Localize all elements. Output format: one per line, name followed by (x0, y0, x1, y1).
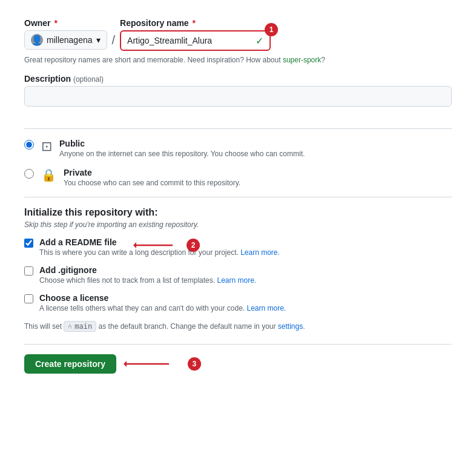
repo-name-label-text: Repository name (120, 18, 189, 28)
gitignore-content: Add .gitignore Choose which files not to… (39, 265, 256, 285)
private-option: 🔒 Private You choose who can see and com… (24, 168, 452, 187)
divider-1 (24, 128, 452, 129)
readme-option: Add a README file This is where you can … (24, 237, 452, 257)
owner-chevron-icon: ▾ (96, 35, 101, 45)
path-separator: / (112, 18, 116, 50)
readme-learn-more-link[interactable]: Learn more. (240, 248, 280, 257)
license-learn-more-link[interactable]: Learn more. (247, 304, 286, 312)
branch-name: main (74, 322, 92, 331)
create-btn-arrow-svg (124, 358, 178, 370)
private-label: Private (64, 168, 240, 177)
owner-label: Owner * (24, 18, 107, 28)
readme-checkbox[interactable] (24, 239, 33, 248)
repo-name-label: Repository name * (120, 18, 271, 28)
repo-name-field-group: Repository name * ✓ 1 (120, 18, 271, 51)
init-section: Initialize this repository with: Skip th… (24, 207, 452, 312)
public-icon: ⊡ (41, 139, 52, 154)
owner-required-star: * (52, 18, 58, 28)
branch-period: . (303, 322, 305, 331)
license-label: Choose a license (39, 293, 286, 303)
svg-marker-3 (124, 361, 127, 367)
gitignore-description: Choose which files not to track from a l… (39, 276, 256, 285)
description-label-text: Description (24, 74, 71, 84)
svg-marker-1 (133, 242, 136, 248)
license-option: Choose a license A license tells others … (24, 293, 452, 312)
lock-icon: 🔒 (41, 168, 56, 182)
description-label: Description (optional) (24, 74, 452, 84)
repo-name-group: ✓ 1 (120, 30, 271, 51)
settings-link[interactable]: settings (278, 322, 303, 331)
public-option: ⊡ Public Anyone on the internet can see … (24, 139, 452, 158)
divider-2 (24, 197, 452, 197)
public-radio[interactable] (24, 140, 34, 150)
repo-name-input[interactable] (122, 33, 256, 48)
repo-name-required-star: * (190, 18, 196, 28)
public-description: Anyone on the internet can see this repo… (59, 150, 305, 158)
branch-text-before: This will set (24, 322, 62, 331)
repo-name-hint: Great repository names are short and mem… (24, 56, 452, 64)
hint-text-before: Great repository names are short and mem… (24, 56, 283, 64)
public-label: Public (59, 139, 305, 148)
readme-arrow-svg (133, 239, 182, 251)
private-content: Private You choose who can see and commi… (64, 168, 240, 187)
gitignore-checkbox[interactable] (24, 266, 33, 276)
license-checkbox[interactable] (24, 294, 33, 303)
readme-annotation: 2 (133, 239, 200, 252)
init-title: Initialize this repository with: (24, 207, 452, 218)
description-optional: (optional) (73, 75, 104, 84)
gitignore-option: Add .gitignore Choose which files not to… (24, 265, 452, 285)
description-field-group: Description (optional) (24, 74, 452, 84)
private-description: You choose who can see and commit to thi… (64, 179, 240, 187)
create-button-row: Create repository 3 (24, 354, 452, 374)
annotation-badge-2: 2 (187, 239, 200, 252)
default-branch-info: This will set ⑃ main as the default bran… (24, 321, 452, 332)
license-description: A license tells others what they can and… (39, 304, 286, 312)
branch-badge: ⑃ main (64, 321, 96, 332)
init-subtitle: Skip this step if you're importing an ex… (24, 220, 452, 229)
create-btn-annotation: 3 (124, 357, 201, 371)
gitignore-label: Add .gitignore (39, 265, 256, 275)
hint-text-after: ? (321, 56, 325, 64)
suggestion-link[interactable]: super-spork (283, 56, 321, 64)
divider-3 (24, 344, 452, 345)
branch-text-after: as the default branch. Change the defaul… (99, 322, 276, 331)
branch-fork-icon: ⑃ (68, 323, 72, 331)
owner-avatar: 👤 (31, 34, 43, 46)
owner-field-group: Owner * 👤 millenagena ▾ (24, 18, 107, 50)
create-repository-button[interactable]: Create repository (24, 354, 116, 374)
repo-name-outer: ✓ 1 (120, 30, 271, 51)
valid-check-icon: ✓ (256, 35, 263, 47)
owner-name: millenagena (47, 35, 93, 45)
public-content: Public Anyone on the internet can see th… (59, 139, 305, 158)
license-content: Choose a license A license tells others … (39, 293, 286, 312)
repo-name-input-wrapper: ✓ (122, 33, 268, 48)
visibility-options: ⊡ Public Anyone on the internet can see … (24, 139, 452, 187)
description-input[interactable] (24, 86, 452, 107)
owner-repo-row: Owner * 👤 millenagena ▾ / Repository nam… (24, 18, 452, 51)
owner-dropdown[interactable]: 👤 millenagena ▾ (24, 30, 107, 50)
annotation-badge-3: 3 (188, 357, 201, 371)
owner-label-text: Owner (24, 18, 51, 28)
annotation-badge-1: 1 (265, 23, 278, 36)
private-radio[interactable] (24, 169, 34, 179)
gitignore-learn-more-link[interactable]: Learn more. (217, 276, 256, 285)
